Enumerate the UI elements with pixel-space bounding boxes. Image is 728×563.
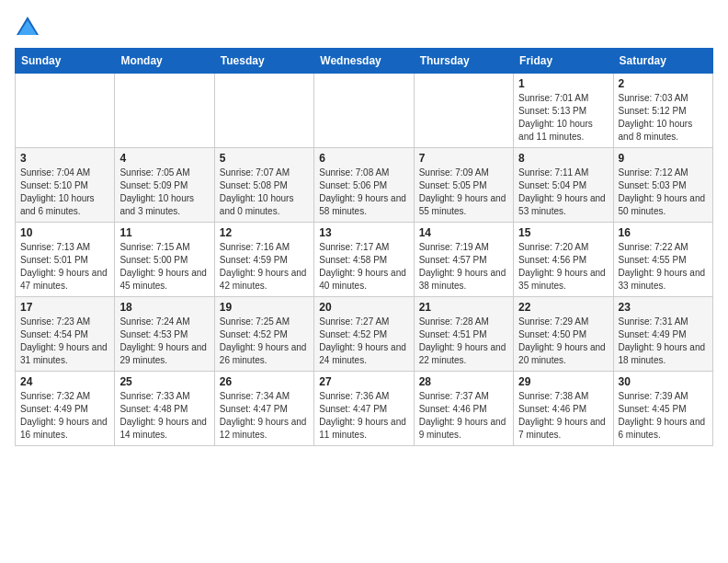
day-cell: 28Sunrise: 7:37 AM Sunset: 4:46 PM Dayli… [414,372,513,446]
day-info: Sunrise: 7:24 AM Sunset: 4:53 PM Dayligh… [119,316,209,367]
day-cell: 29Sunrise: 7:38 AM Sunset: 4:46 PM Dayli… [514,372,613,446]
day-info: Sunrise: 7:28 AM Sunset: 4:51 PM Dayligh… [419,316,508,367]
day-info: Sunrise: 7:20 AM Sunset: 4:56 PM Dayligh… [518,241,608,293]
day-cell: 10Sunrise: 7:13 AM Sunset: 5:01 PM Dayli… [16,223,115,297]
day-number: 5 [220,152,309,165]
day-info: Sunrise: 7:09 AM Sunset: 5:05 PM Dayligh… [419,167,508,218]
day-info: Sunrise: 7:25 AM Sunset: 4:52 PM Dayligh… [220,316,309,367]
day-cell: 14Sunrise: 7:19 AM Sunset: 4:57 PM Dayli… [414,223,513,297]
day-number: 13 [319,226,408,239]
day-number: 24 [20,375,109,388]
day-cell [314,74,414,148]
day-info: Sunrise: 7:27 AM Sunset: 4:52 PM Dayligh… [319,316,408,367]
week-row-5: 24Sunrise: 7:32 AM Sunset: 4:49 PM Dayli… [16,372,713,446]
day-info: Sunrise: 7:15 AM Sunset: 5:00 PM Dayligh… [119,241,209,293]
day-cell: 16Sunrise: 7:22 AM Sunset: 4:55 PM Dayli… [613,223,712,297]
day-number: 19 [220,301,309,314]
day-cell: 27Sunrise: 7:36 AM Sunset: 4:47 PM Dayli… [314,372,414,446]
day-number: 25 [119,375,209,388]
day-cell: 17Sunrise: 7:23 AM Sunset: 4:54 PM Dayli… [16,297,115,372]
page-header [15,15,713,40]
day-info: Sunrise: 7:32 AM Sunset: 4:49 PM Dayligh… [20,390,109,442]
header-day-sunday: Sunday [16,49,115,74]
day-number: 22 [518,301,608,314]
day-info: Sunrise: 7:11 AM Sunset: 5:04 PM Dayligh… [518,167,608,218]
day-cell: 13Sunrise: 7:17 AM Sunset: 4:58 PM Dayli… [314,223,414,297]
day-cell: 26Sunrise: 7:34 AM Sunset: 4:47 PM Dayli… [214,372,313,446]
day-info: Sunrise: 7:19 AM Sunset: 4:57 PM Dayligh… [419,241,508,293]
week-row-3: 10Sunrise: 7:13 AM Sunset: 5:01 PM Dayli… [16,223,713,297]
day-number: 18 [119,301,209,314]
day-number: 30 [619,375,708,388]
header-day-monday: Monday [115,49,214,74]
day-info: Sunrise: 7:38 AM Sunset: 4:46 PM Dayligh… [518,390,608,442]
day-cell: 20Sunrise: 7:27 AM Sunset: 4:52 PM Dayli… [314,297,414,372]
day-cell: 8Sunrise: 7:11 AM Sunset: 5:04 PM Daylig… [514,148,613,223]
day-info: Sunrise: 7:34 AM Sunset: 4:47 PM Dayligh… [220,390,309,442]
day-number: 29 [518,375,608,388]
day-info: Sunrise: 7:33 AM Sunset: 4:48 PM Dayligh… [119,390,209,442]
day-cell: 18Sunrise: 7:24 AM Sunset: 4:53 PM Dayli… [115,297,214,372]
day-cell: 5Sunrise: 7:07 AM Sunset: 5:08 PM Daylig… [214,148,313,223]
day-cell [214,74,313,148]
day-cell [414,74,513,148]
day-cell [16,74,115,148]
header-day-wednesday: Wednesday [314,49,414,74]
header-day-friday: Friday [514,49,613,74]
day-info: Sunrise: 7:22 AM Sunset: 4:55 PM Dayligh… [619,241,708,293]
day-number: 16 [619,226,708,239]
day-info: Sunrise: 7:05 AM Sunset: 5:09 PM Dayligh… [119,167,209,218]
calendar-table: SundayMondayTuesdayWednesdayThursdayFrid… [15,48,713,446]
header-day-thursday: Thursday [414,49,513,74]
day-info: Sunrise: 7:39 AM Sunset: 4:45 PM Dayligh… [619,390,708,442]
day-cell: 15Sunrise: 7:20 AM Sunset: 4:56 PM Dayli… [514,223,613,297]
day-info: Sunrise: 7:16 AM Sunset: 4:59 PM Dayligh… [220,241,309,293]
day-number: 28 [419,375,508,388]
header-day-saturday: Saturday [613,49,712,74]
day-number: 7 [419,152,508,165]
day-number: 26 [220,375,309,388]
day-cell: 11Sunrise: 7:15 AM Sunset: 5:00 PM Dayli… [115,223,214,297]
day-cell: 6Sunrise: 7:08 AM Sunset: 5:06 PM Daylig… [314,148,414,223]
day-cell: 3Sunrise: 7:04 AM Sunset: 5:10 PM Daylig… [16,148,115,223]
day-number: 1 [518,77,608,90]
day-number: 23 [619,301,708,314]
day-cell: 22Sunrise: 7:29 AM Sunset: 4:50 PM Dayli… [514,297,613,372]
day-info: Sunrise: 7:13 AM Sunset: 5:01 PM Dayligh… [20,241,109,293]
day-cell: 7Sunrise: 7:09 AM Sunset: 5:05 PM Daylig… [414,148,513,223]
day-info: Sunrise: 7:04 AM Sunset: 5:10 PM Dayligh… [20,167,109,218]
day-info: Sunrise: 7:31 AM Sunset: 4:49 PM Dayligh… [619,316,708,367]
week-row-1: 1Sunrise: 7:01 AM Sunset: 5:13 PM Daylig… [16,74,713,148]
logo [15,15,44,40]
day-info: Sunrise: 7:36 AM Sunset: 4:47 PM Dayligh… [319,390,408,442]
day-number: 4 [119,152,209,165]
day-number: 27 [319,375,408,388]
day-info: Sunrise: 7:03 AM Sunset: 5:12 PM Dayligh… [619,92,708,144]
day-number: 6 [319,152,408,165]
day-number: 20 [319,301,408,314]
day-info: Sunrise: 7:07 AM Sunset: 5:08 PM Dayligh… [220,167,309,218]
day-cell: 9Sunrise: 7:12 AM Sunset: 5:03 PM Daylig… [613,148,712,223]
day-cell: 1Sunrise: 7:01 AM Sunset: 5:13 PM Daylig… [514,74,613,148]
day-info: Sunrise: 7:17 AM Sunset: 4:58 PM Dayligh… [319,241,408,293]
day-info: Sunrise: 7:01 AM Sunset: 5:13 PM Dayligh… [518,92,608,144]
day-number: 12 [220,226,309,239]
day-number: 21 [419,301,508,314]
day-number: 11 [119,226,209,239]
day-info: Sunrise: 7:23 AM Sunset: 4:54 PM Dayligh… [20,316,109,367]
day-cell: 23Sunrise: 7:31 AM Sunset: 4:49 PM Dayli… [613,297,712,372]
logo-icon [15,15,40,40]
day-number: 9 [619,152,708,165]
day-number: 14 [419,226,508,239]
day-cell: 4Sunrise: 7:05 AM Sunset: 5:09 PM Daylig… [115,148,214,223]
day-number: 17 [20,301,109,314]
day-cell: 2Sunrise: 7:03 AM Sunset: 5:12 PM Daylig… [613,74,712,148]
day-info: Sunrise: 7:08 AM Sunset: 5:06 PM Dayligh… [319,167,408,218]
day-cell: 19Sunrise: 7:25 AM Sunset: 4:52 PM Dayli… [214,297,313,372]
day-cell: 24Sunrise: 7:32 AM Sunset: 4:49 PM Dayli… [16,372,115,446]
day-number: 2 [619,77,708,90]
header-row: SundayMondayTuesdayWednesdayThursdayFrid… [16,49,713,74]
day-cell: 12Sunrise: 7:16 AM Sunset: 4:59 PM Dayli… [214,223,313,297]
day-info: Sunrise: 7:37 AM Sunset: 4:46 PM Dayligh… [419,390,508,442]
day-number: 15 [518,226,608,239]
